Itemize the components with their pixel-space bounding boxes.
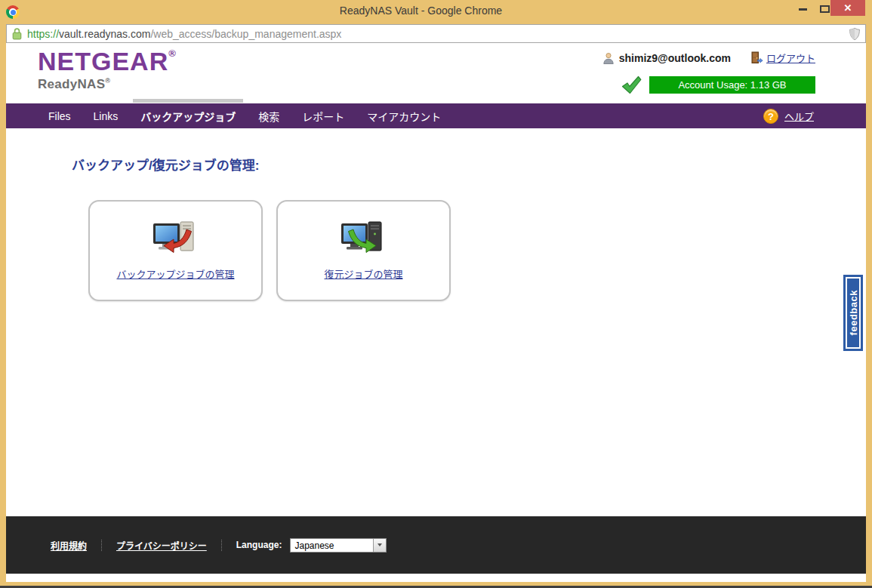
page-content: NETGEAR® ReadyNAS® shimiz9@outlook.com [6, 43, 866, 582]
job-cards: バックアップジョブの管理 [88, 200, 451, 301]
site-header: NETGEAR® ReadyNAS® shimiz9@outlook.com [6, 43, 866, 103]
terms-link[interactable]: 利用規約 [51, 539, 87, 552]
language-label: Language: [236, 540, 282, 550]
logout-group[interactable]: ログアウト [750, 51, 815, 65]
main-area: バックアップ/復元ジョブの管理: [6, 128, 866, 509]
netgear-logo: NETGEAR® ReadyNAS® [38, 48, 177, 92]
close-button[interactable]: ✕ [830, 0, 865, 16]
privacy-policy-link[interactable]: プライバシーポリシー [116, 539, 207, 552]
minimize-button[interactable] [793, 0, 813, 15]
product-wordmark: ReadyNAS® [38, 77, 177, 92]
registered-mark: ® [105, 77, 110, 85]
window-title: ReadyNAS Vault - Google Chrome [91, 0, 751, 21]
browser-window: ReadyNAS Vault - Google Chrome ✕ https:/… [0, 0, 872, 588]
language-select[interactable]: Japanese [290, 538, 387, 553]
account-usage-badge: Account Usage: 1.13 GB [649, 76, 815, 94]
backup-jobs-link[interactable]: バックアップジョブの管理 [116, 266, 234, 281]
nav-item-search[interactable]: 検索 [258, 109, 279, 124]
nav-item-links[interactable]: Links [94, 110, 119, 122]
computer-backup-red-arrow-icon [153, 220, 199, 260]
select-dropdown-button[interactable] [373, 539, 386, 552]
restore-jobs-card[interactable]: 復元ジョブの管理 [276, 200, 451, 301]
site-footer: 利用規約 プライバシーポリシー Language: Japanese [6, 516, 866, 574]
chrome-logo-icon [6, 5, 20, 19]
help-question-icon[interactable]: ? [763, 109, 778, 124]
minimize-icon [799, 8, 807, 11]
logout-link[interactable]: ログアウト [766, 51, 815, 65]
chevron-down-icon [377, 543, 382, 546]
help-link[interactable]: ヘルプ [784, 109, 814, 123]
backup-jobs-card[interactable]: バックアップジョブの管理 [88, 200, 263, 301]
window-titlebar[interactable]: ReadyNAS Vault - Google Chrome ✕ [0, 0, 872, 25]
maximize-icon [820, 5, 830, 13]
footer-divider [101, 540, 102, 551]
product-text: ReadyNAS [38, 77, 105, 91]
restore-jobs-link[interactable]: 復元ジョブの管理 [324, 266, 402, 281]
url-scheme: https:// [27, 28, 59, 40]
account-area: shimiz9@outlook.com ログアウト [602, 51, 815, 94]
computer-restore-green-arrow-icon [340, 220, 387, 260]
close-icon: ✕ [844, 2, 852, 14]
registered-mark: ® [168, 48, 177, 59]
language-selected-value: Japanese [291, 539, 373, 552]
content-blocked-shield-icon[interactable] [849, 27, 861, 41]
https-lock-icon[interactable] [12, 27, 22, 40]
nav-item-backup-jobs[interactable]: バックアップジョブ [140, 109, 236, 124]
footer-divider [221, 540, 222, 551]
feedback-tab[interactable]: feedback [843, 275, 863, 351]
help-group[interactable]: ? ヘルプ [763, 109, 814, 124]
nav-item-files[interactable]: Files [48, 110, 71, 122]
url-path: /web_access/backup_management.aspx [150, 28, 341, 40]
main-navigation: Files Links バックアップジョブ 検索 レポート マイアカウント ? … [6, 103, 866, 128]
user-avatar-icon [602, 52, 615, 64]
address-bar[interactable]: https://vault.readynas.com/web_access/ba… [6, 24, 866, 43]
brand-wordmark: NETGEAR® [38, 48, 177, 74]
account-usage-row: Account Usage: 1.13 GB [602, 75, 815, 94]
logout-door-icon[interactable] [750, 51, 763, 64]
usage-ok-check-icon [621, 75, 642, 94]
feedback-label: feedback [848, 290, 859, 335]
user-email: shimiz9@outlook.com [619, 52, 731, 64]
url-domain: vault.readynas.com [59, 28, 150, 40]
nav-item-my-account[interactable]: マイアカウント [367, 109, 441, 124]
account-identity-row: shimiz9@outlook.com ログアウト [602, 51, 815, 65]
nav-item-reports[interactable]: レポート [302, 109, 344, 124]
brand-text: NETGEAR [38, 47, 168, 75]
page-title: バックアップ/復元ジョブの管理: [72, 155, 259, 174]
